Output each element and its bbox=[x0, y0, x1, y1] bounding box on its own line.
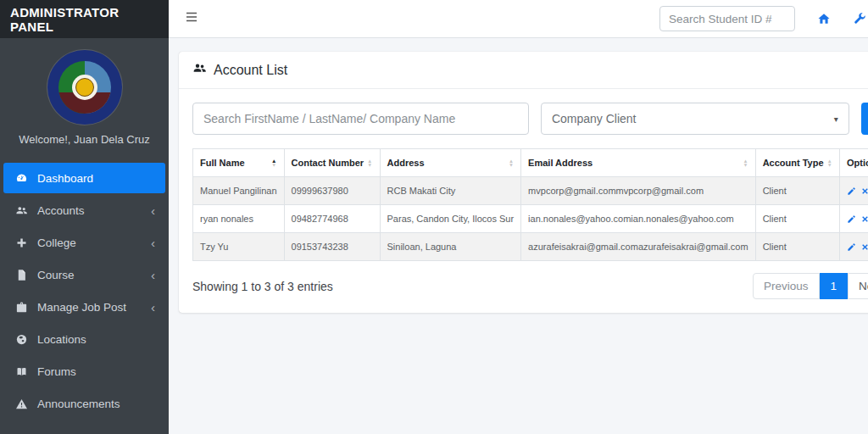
search-button[interactable] bbox=[861, 103, 868, 135]
cell-full-name: Tzy Yu bbox=[193, 233, 285, 261]
edit-pencil-icon[interactable] bbox=[847, 214, 856, 224]
book-icon bbox=[12, 365, 31, 378]
content: Account List Company Client ▾ Full Name▲… bbox=[169, 38, 868, 434]
delete-x-icon[interactable] bbox=[860, 242, 868, 252]
sort-icon: ▲▼ bbox=[743, 159, 748, 167]
sidebar-item-manage-job-post[interactable]: Manage Job Post ‹ bbox=[3, 292, 165, 322]
table-header-row: Full Name▲▼ Contact Number▲▼ Address▲▼ E… bbox=[193, 149, 868, 177]
chevron-left-icon: ‹ bbox=[151, 204, 155, 217]
cell-account-type: Client bbox=[755, 177, 839, 205]
cell-contact: 09153743238 bbox=[284, 233, 380, 261]
sidebar-item-label: College bbox=[37, 236, 76, 249]
cell-full-name: ryan nonales bbox=[193, 205, 285, 233]
card-footer: Showing 1 to 3 of 3 entries Previous 1 N… bbox=[179, 261, 868, 313]
pagination-previous-button[interactable]: Previous bbox=[753, 273, 820, 299]
sidebar-item-label: Forums bbox=[37, 365, 76, 378]
chevron-left-icon: ‹ bbox=[151, 269, 155, 281]
sidebar-item-locations[interactable]: Locations bbox=[3, 324, 165, 354]
column-header-full-name[interactable]: Full Name▲▼ bbox=[193, 149, 285, 177]
account-type-selected-value: Company Client bbox=[552, 112, 637, 125]
sidebar-item-announcements[interactable]: Announcements bbox=[3, 388, 165, 419]
accounts-table: Full Name▲▼ Contact Number▲▼ Address▲▼ E… bbox=[192, 148, 868, 261]
users-icon bbox=[12, 204, 31, 217]
sidebar-item-label: Accounts bbox=[37, 204, 85, 217]
welcome-text: Welcome!, Juan Dela Cruz bbox=[19, 133, 149, 146]
sort-icon: ▲▼ bbox=[827, 159, 832, 167]
sidebar-item-course[interactable]: Course ‹ bbox=[3, 259, 165, 290]
cell-full-name: Manuel Pangilinan bbox=[193, 177, 285, 205]
student-id-search-input[interactable] bbox=[659, 6, 795, 31]
sidebar-item-label: Manage Job Post bbox=[37, 301, 126, 314]
cell-option bbox=[840, 205, 868, 233]
cell-account-type: Client bbox=[755, 233, 839, 261]
pagination-next-button[interactable]: Next bbox=[848, 273, 868, 299]
seal-inner bbox=[58, 61, 111, 114]
sidebar-item-forums[interactable]: Forums bbox=[3, 356, 165, 387]
tachometer-icon bbox=[12, 172, 31, 185]
cell-address: RCB Makati City bbox=[380, 177, 521, 205]
chevron-left-icon: ‹ bbox=[151, 236, 155, 249]
plus-icon bbox=[12, 236, 31, 249]
sort-icon: ▲▼ bbox=[271, 159, 276, 167]
account-search-input[interactable] bbox=[192, 103, 529, 135]
column-header-option[interactable]: Option▲▼ bbox=[840, 149, 868, 177]
cell-contact: 09999637980 bbox=[284, 177, 380, 205]
cell-address: Paras, Candon City, Ilocos Sur bbox=[380, 205, 521, 233]
edit-pencil-icon[interactable] bbox=[847, 242, 856, 252]
cell-account-type: Client bbox=[755, 205, 839, 233]
edit-pencil-icon[interactable] bbox=[847, 186, 856, 196]
university-seal-logo bbox=[47, 50, 122, 125]
table-row: Manuel Pangilinan 09999637980 RCB Makati… bbox=[193, 177, 868, 205]
warning-icon bbox=[12, 398, 31, 410]
sidebar-item-label: Announcements bbox=[37, 398, 120, 410]
cell-email: ian.nonales@yahoo.comian.nonales@yahoo.c… bbox=[521, 205, 756, 233]
sort-icon: ▲▼ bbox=[509, 159, 514, 167]
card-header: Account List bbox=[179, 52, 868, 89]
sidebar-item-label: Course bbox=[37, 269, 75, 281]
sidebar-item-dashboard[interactable]: Dashboard bbox=[3, 163, 165, 193]
sidebar-item-college[interactable]: College ‹ bbox=[3, 227, 165, 258]
pagination-page-1-button[interactable]: 1 bbox=[820, 273, 849, 299]
table-row: Tzy Yu 09153743238 Siniloan, Laguna azur… bbox=[193, 233, 868, 261]
delete-x-icon[interactable] bbox=[860, 186, 868, 196]
accounts-table-wrap: Full Name▲▼ Contact Number▲▼ Address▲▼ E… bbox=[179, 148, 868, 261]
filter-row: Company Client ▾ bbox=[179, 89, 868, 148]
page-title: Account List bbox=[214, 63, 287, 78]
account-list-card: Account List Company Client ▾ Full Name▲… bbox=[179, 52, 868, 313]
column-header-contact-number[interactable]: Contact Number▲▼ bbox=[284, 149, 380, 177]
table-row: ryan nonales 09482774968 Paras, Candon C… bbox=[193, 205, 868, 233]
wrench-icon[interactable] bbox=[853, 12, 866, 25]
column-header-email-address[interactable]: Email Address▲▼ bbox=[521, 149, 756, 177]
seal-core bbox=[75, 78, 94, 97]
sidebar-item-accounts[interactable]: Accounts ‹ bbox=[3, 195, 165, 225]
column-header-account-type[interactable]: Account Type▲▼ bbox=[755, 149, 839, 177]
delete-x-icon[interactable] bbox=[860, 214, 868, 224]
cell-email: azurafeisakrai@gmail.comazurafeisakrai@g… bbox=[521, 233, 756, 261]
main-area: Account List Company Client ▾ Full Name▲… bbox=[169, 0, 868, 434]
sidebar-item-label: Dashboard bbox=[37, 172, 93, 185]
briefcase-icon bbox=[12, 301, 31, 314]
pagination: Previous 1 Next bbox=[753, 273, 868, 299]
account-type-select[interactable]: Company Client ▾ bbox=[541, 103, 849, 135]
globe-icon bbox=[12, 333, 31, 346]
sidebar-nav: Dashboard Accounts ‹ College ‹ Course ‹ bbox=[0, 163, 169, 419]
cell-contact: 09482774968 bbox=[284, 205, 380, 233]
seal-center-ring bbox=[72, 75, 97, 100]
file-icon bbox=[12, 269, 31, 281]
sort-icon: ▲▼ bbox=[367, 159, 372, 167]
sidebar-item-label: Locations bbox=[37, 333, 86, 346]
hamburger-menu-icon[interactable] bbox=[184, 9, 199, 28]
cell-option bbox=[840, 233, 868, 261]
cell-email: mvpcorp@gmail.commvpcorp@gmail.com bbox=[521, 177, 756, 205]
brand-title: ADMINISTRATOR PANEL bbox=[0, 0, 169, 38]
column-header-address[interactable]: Address▲▼ bbox=[380, 149, 521, 177]
users-icon bbox=[192, 61, 207, 79]
cell-option bbox=[840, 177, 868, 205]
entries-info: Showing 1 to 3 of 3 entries bbox=[192, 280, 333, 293]
user-profile: Welcome!, Juan Dela Cruz bbox=[0, 38, 169, 151]
sidebar: ADMINISTRATOR PANEL Welcome!, Juan Dela … bbox=[0, 0, 169, 434]
cell-address: Siniloan, Laguna bbox=[380, 233, 521, 261]
topbar bbox=[169, 0, 868, 38]
home-icon[interactable] bbox=[817, 12, 831, 25]
chevron-down-icon: ▾ bbox=[834, 114, 838, 124]
